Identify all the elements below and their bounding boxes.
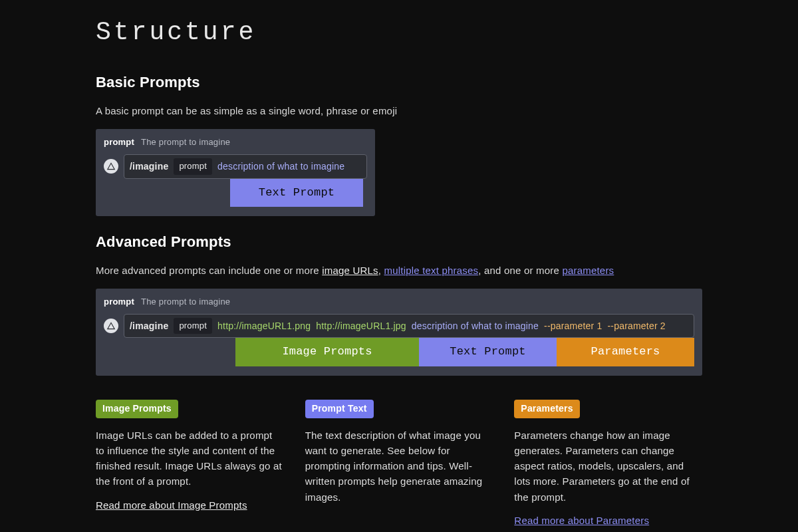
link-parameters[interactable]: parameters xyxy=(562,265,614,276)
col-parameters: Parameters Parameters change how an imag… xyxy=(514,400,702,528)
prompt-header: prompt The prompt to imagine xyxy=(104,136,367,149)
info-columns: Image Prompts Image URLs can be added to… xyxy=(96,400,702,528)
advanced-label-row: Image Prompts Text Prompt Parameters xyxy=(235,338,694,366)
segment-image-url-2: http://imageURL1.jpg xyxy=(316,319,406,334)
advanced-prompt-card: prompt The prompt to imagine /imagine pr… xyxy=(96,289,702,376)
col-body: The text description of what image you w… xyxy=(305,428,493,505)
advanced-lead: More advanced prompts can include one or… xyxy=(96,263,702,278)
badge-parameters: Parameters xyxy=(514,400,579,418)
segment-text-desc: description of what to imagine xyxy=(412,319,539,334)
basic-lead: A basic prompt can be as simple as a sin… xyxy=(96,103,702,118)
badge-image-prompts: Image Prompts xyxy=(96,400,178,418)
bot-avatar-icon xyxy=(104,319,118,333)
adv-mid2: , and one or more xyxy=(478,265,562,276)
segment-image-url-1: http://imageURL1.png xyxy=(217,319,311,334)
prompt-chip: prompt xyxy=(174,158,212,174)
link-read-parameters[interactable]: Read more about Parameters xyxy=(514,513,649,528)
prompt-desc: The prompt to imagine xyxy=(141,136,230,149)
label-image-prompts: Image Prompts xyxy=(235,338,419,366)
prompt-header: prompt The prompt to imagine xyxy=(104,295,694,309)
adv-lead-pre: More advanced prompts can include one or… xyxy=(96,265,322,276)
badge-prompt-text: Prompt Text xyxy=(305,400,374,418)
command-input[interactable]: /imagine prompt http://imageURL1.png htt… xyxy=(124,314,694,338)
prompt-desc: The prompt to imagine xyxy=(141,295,230,309)
basic-heading: Basic Prompts xyxy=(96,71,702,94)
prompt-keyword: prompt xyxy=(104,295,134,309)
segment-param-1: --parameter 1 xyxy=(544,319,602,334)
col-image-prompts: Image Prompts Image URLs can be added to… xyxy=(96,400,284,528)
basic-label-row: Text Prompt xyxy=(230,179,367,207)
col-body: Image URLs can be added to a prompt to i… xyxy=(96,428,284,489)
label-text-prompt: Text Prompt xyxy=(230,179,363,207)
bot-avatar-icon xyxy=(104,159,118,174)
link-multiple-text[interactable]: multiple text phrases xyxy=(384,265,479,276)
label-text-prompt: Text Prompt xyxy=(419,338,557,366)
advanced-heading: Advanced Prompts xyxy=(96,231,702,253)
prompt-chip: prompt xyxy=(174,318,212,334)
label-parameters: Parameters xyxy=(557,338,694,366)
segment-param-2: --parameter 2 xyxy=(607,319,665,334)
col-body: Parameters change how an image generates… xyxy=(514,428,702,505)
command-input[interactable]: /imagine prompt description of what to i… xyxy=(124,154,367,178)
slash-command: /imagine xyxy=(130,160,168,174)
link-image-urls[interactable]: image URLs xyxy=(322,265,378,276)
slash-command: /imagine xyxy=(130,319,168,334)
page-title: Structure xyxy=(96,13,702,53)
prompt-placeholder: description of what to imagine xyxy=(217,160,344,174)
col-prompt-text: Prompt Text The text description of what… xyxy=(305,400,493,528)
link-read-image-prompts[interactable]: Read more about Image Prompts xyxy=(96,497,247,513)
adv-mid1: , xyxy=(378,265,384,276)
prompt-keyword: prompt xyxy=(104,136,134,149)
basic-prompt-card: prompt The prompt to imagine /imagine pr… xyxy=(96,129,375,216)
